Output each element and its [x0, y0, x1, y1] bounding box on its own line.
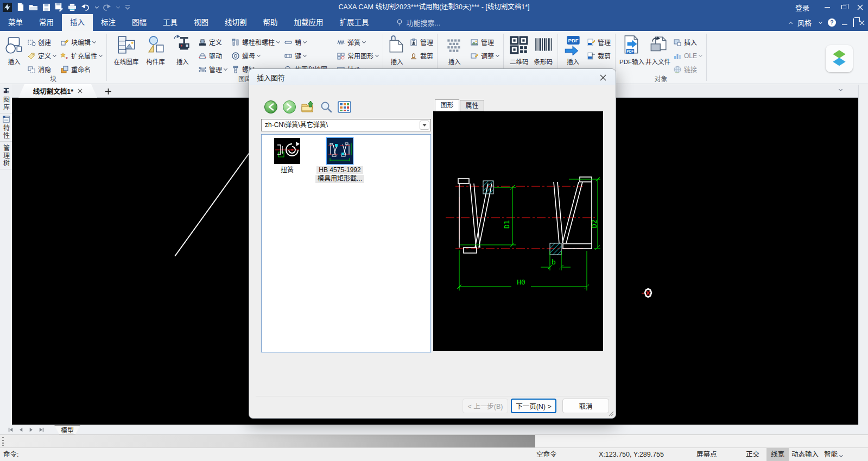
tab-ext-tools[interactable]: 扩展工具 [332, 14, 377, 31]
ole-button[interactable]: OLE [671, 49, 704, 62]
barcode-button[interactable]: 条形码 [531, 34, 556, 66]
save-as-icon[interactable] [54, 2, 64, 12]
search-icon[interactable] [319, 99, 333, 114]
status-dynamic-input-toggle[interactable]: 动态输入 [791, 448, 819, 461]
common-shapes-button[interactable]: 常用图形 [334, 49, 381, 62]
library-define-button[interactable]: 定义 [196, 35, 229, 49]
library-insert-button[interactable]: 插入 [169, 34, 196, 66]
tab-menu[interactable]: 菜单 [0, 14, 31, 31]
key-button[interactable]: 键 [282, 49, 334, 62]
qat-customize-icon[interactable] [123, 2, 132, 12]
resize-grip-icon[interactable] [609, 411, 614, 416]
pdf-import-button[interactable]: PDF PDF输入 [619, 34, 645, 66]
pin-button[interactable]: 销 [282, 35, 334, 49]
merge-file-button[interactable]: 并入文件 [645, 34, 671, 66]
drag-grip-icon[interactable] [2, 437, 4, 446]
print-icon[interactable] [67, 2, 77, 12]
new-document-tab-button[interactable] [103, 86, 113, 97]
forward-icon[interactable] [282, 99, 296, 114]
library-drive-button[interactable]: 驱动 [196, 49, 229, 62]
image-manage-button[interactable]: 管理 [468, 35, 501, 49]
bolt-stud-button[interactable]: 螺栓和螺柱 [229, 35, 282, 49]
tab-tools[interactable]: 工具 [155, 14, 186, 31]
tab-wirecut[interactable]: 线切割 [217, 14, 255, 31]
model-tab[interactable]: 模型 [54, 425, 80, 434]
tab-list-chevron-icon[interactable] [839, 87, 842, 91]
view-mode-icon[interactable] [337, 99, 352, 114]
new-file-icon[interactable] [15, 2, 25, 12]
block-define-button[interactable]: 定义 [25, 49, 58, 62]
doc-close-button[interactable] [859, 20, 865, 26]
tab-common[interactable]: 常用 [31, 14, 62, 31]
attachment-insert-button[interactable]: 插入 [387, 34, 407, 66]
block-attr-button[interactable]: x扩充属性 [58, 49, 104, 62]
dialog-titlebar[interactable]: 插入图符 [249, 69, 616, 85]
help-icon[interactable]: ? [827, 18, 837, 27]
folder-up-icon[interactable] [300, 99, 315, 114]
preview-tab-graphic[interactable]: 图形 [435, 99, 459, 111]
attachment-manage-button[interactable]: 管理 [407, 35, 435, 49]
app-logo-icon[interactable] [2, 2, 12, 12]
block-insert-button[interactable]: 插入 [3, 34, 25, 66]
qrcode-button[interactable]: 二维码 [507, 34, 531, 66]
open-file-icon[interactable] [28, 2, 38, 12]
next-page-button[interactable]: 下一页(N) > [511, 399, 556, 413]
prev-tab-icon[interactable] [16, 426, 26, 433]
next-tab-icon[interactable] [26, 426, 36, 433]
pdf-crop-button[interactable]: 裁剪 [585, 49, 613, 62]
first-tab-icon[interactable] [5, 426, 16, 433]
dialog-close-button[interactable] [596, 72, 610, 83]
path-combobox[interactable]: zh-CN\弹簧\其它弹簧\ [261, 119, 431, 131]
attachment-crop-button[interactable]: 裁剪 [407, 49, 435, 62]
symbol-item-torsion-spring[interactable]: 扭簧 [269, 138, 305, 174]
pdf-insert-button[interactable]: PDF 插入 [561, 34, 585, 66]
login-button[interactable]: 登录 [785, 2, 819, 12]
redo-chevron-icon[interactable] [116, 4, 120, 8]
save-icon[interactable] [41, 2, 51, 12]
undo-icon[interactable] [80, 2, 90, 12]
sidebar-tab-library[interactable]: 图库 [0, 85, 12, 113]
brand-logo[interactable] [826, 45, 853, 72]
undo-chevron-icon[interactable] [95, 4, 99, 8]
style-menu[interactable]: 风格 [797, 17, 812, 28]
spring-button[interactable]: 弹簧 [334, 35, 381, 49]
nut-button[interactable]: 螺母 [229, 49, 282, 62]
function-search[interactable]: 功能搜索... [396, 14, 441, 31]
back-icon[interactable] [263, 99, 278, 114]
tab-view[interactable]: 视图 [186, 14, 217, 31]
pdf-manage-button[interactable]: 管理 [585, 35, 613, 49]
block-create-button[interactable]: 创建 [25, 35, 58, 49]
block-edit-button[interactable]: 块编辑 [58, 35, 104, 49]
tab-sheet[interactable]: 图幅 [124, 14, 155, 31]
tab-help[interactable]: 帮助 [255, 14, 286, 31]
tab-insert[interactable]: 插入 [62, 14, 93, 31]
document-tab[interactable]: 线切割文档1* [18, 84, 97, 98]
command-panel-titlebar[interactable] [0, 435, 535, 448]
object-insert-button[interactable]: 插入 [671, 35, 704, 49]
doc-minimize-button[interactable] [842, 18, 847, 27]
style-chevron-icon[interactable] [819, 20, 822, 24]
doc-restore-button[interactable] [853, 19, 854, 27]
status-smart-snap[interactable]: 智能 [824, 448, 842, 461]
minimize-button[interactable] [819, 0, 835, 14]
cancel-button[interactable]: 取消 [562, 399, 609, 413]
command-prompt[interactable]: 命令: [3, 448, 18, 461]
redo-icon[interactable] [102, 2, 111, 12]
sidebar-tab-tree[interactable]: 管理树 [0, 142, 12, 169]
symbol-item-hb4575[interactable]: HB 4575-1992 模具用矩形截... [308, 138, 371, 183]
image-insert-button[interactable]: 插入 [441, 34, 468, 66]
online-library-button[interactable]: 在线图库 [110, 34, 142, 66]
image-adjust-button[interactable]: 调整 [468, 49, 501, 62]
status-screen-point[interactable]: 屏幕点 [696, 448, 717, 461]
close-button[interactable] [852, 0, 868, 14]
status-ortho-toggle[interactable]: 正交 [746, 448, 759, 461]
tab-annotate[interactable]: 标注 [93, 14, 124, 31]
sidebar-tab-properties[interactable]: 特性 [0, 113, 12, 142]
collapse-ribbon-icon[interactable] [789, 21, 793, 25]
status-linewidth-toggle[interactable]: 线宽 [766, 448, 789, 461]
tab-load-app[interactable]: 加载应用 [286, 14, 332, 31]
symbol-list[interactable]: 扭簧 HB 4575-1992 模具用矩形截... [261, 134, 431, 352]
restore-button[interactable] [835, 0, 852, 14]
preview-tab-attributes[interactable]: 属性 [460, 100, 484, 111]
combobox-dropdown-button[interactable] [420, 121, 429, 130]
